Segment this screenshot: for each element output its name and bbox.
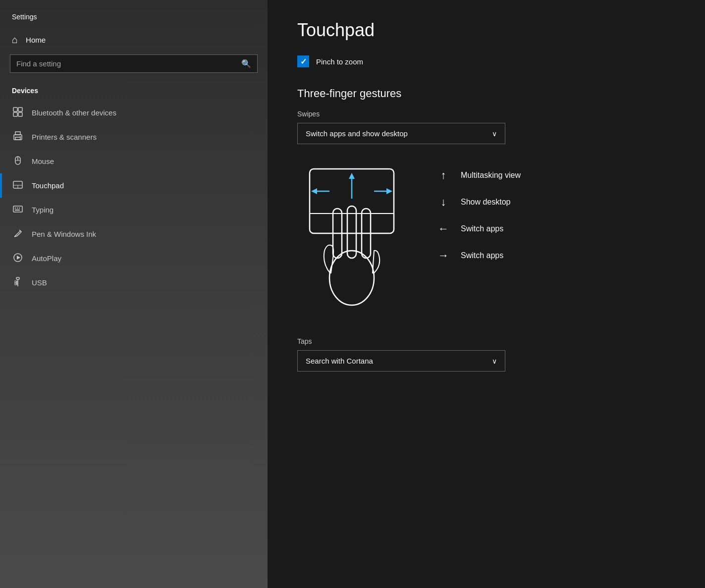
taps-label: Taps xyxy=(297,337,675,345)
down-arrow-icon: ↓ xyxy=(436,196,451,209)
sidebar-item-usb[interactable]: USB xyxy=(0,270,268,295)
search-input[interactable] xyxy=(16,59,236,68)
svg-marker-30 xyxy=(349,173,355,179)
printers-label: Printers & scanners xyxy=(32,133,97,141)
svg-rect-2 xyxy=(13,112,17,116)
legend-switch-apps-left: ← Switch apps xyxy=(436,222,521,235)
usb-label: USB xyxy=(32,278,47,287)
svg-marker-32 xyxy=(311,188,317,194)
gesture-diagram xyxy=(297,159,406,318)
sidebar-item-home[interactable]: ⌂ Home xyxy=(0,29,268,51)
bluetooth-icon xyxy=(12,107,24,119)
svg-rect-15 xyxy=(15,208,16,209)
gesture-area: ↑ Multitasking view ↓ Show desktop ← Swi… xyxy=(297,159,675,318)
mouse-label: Mouse xyxy=(32,157,54,165)
devices-section-label: Devices xyxy=(0,83,268,101)
legend-switch-apps-right: → Switch apps xyxy=(436,249,521,262)
touchpad-icon xyxy=(12,179,24,192)
three-finger-heading: Three-finger gestures xyxy=(297,87,675,100)
show-desktop-label: Show desktop xyxy=(461,198,511,207)
up-arrow-icon: ↑ xyxy=(436,169,451,182)
pinch-to-zoom-checkbox[interactable]: ✓ xyxy=(297,55,309,67)
taps-dropdown[interactable]: Search with Cortana ∨ xyxy=(297,350,505,372)
app-title: Settings xyxy=(0,10,268,29)
swipes-dropdown[interactable]: Switch apps and show desktop ∨ xyxy=(297,123,505,144)
autoplay-icon xyxy=(12,252,24,265)
legend-show-desktop: ↓ Show desktop xyxy=(436,196,521,209)
multitasking-label: Multitasking view xyxy=(461,171,521,180)
typing-icon xyxy=(12,204,24,216)
usb-icon xyxy=(12,276,24,289)
page-title: Touchpad xyxy=(297,20,675,41)
sidebar-item-mouse[interactable]: Mouse xyxy=(0,149,268,173)
pinch-to-zoom-label: Pinch to zoom xyxy=(316,57,363,66)
switch-apps-right-label: Switch apps xyxy=(461,251,503,260)
touchpad-label: Touchpad xyxy=(32,181,64,190)
svg-rect-5 xyxy=(15,132,20,135)
sidebar-item-autoplay[interactable]: AutoPlay xyxy=(0,246,268,270)
home-label: Home xyxy=(26,36,46,44)
svg-rect-14 xyxy=(13,206,22,212)
right-arrow-icon: → xyxy=(436,249,451,262)
sidebar-item-bluetooth[interactable]: Bluetooth & other devices xyxy=(0,101,268,125)
taps-chevron-down-icon: ∨ xyxy=(492,357,497,365)
svg-rect-0 xyxy=(13,107,17,111)
main-content: Touchpad ✓ Pinch to zoom Three-finger ge… xyxy=(268,0,705,588)
autoplay-label: AutoPlay xyxy=(32,254,61,263)
svg-rect-17 xyxy=(19,208,20,209)
svg-point-35 xyxy=(329,251,374,305)
home-icon: ⌂ xyxy=(12,35,18,45)
sidebar: Settings ⌂ Home 🔍 Devices Bluetooth & ot… xyxy=(0,0,268,588)
printers-icon xyxy=(12,131,24,143)
taps-dropdown-value: Search with Cortana xyxy=(306,357,373,365)
svg-rect-1 xyxy=(18,107,22,111)
pen-icon xyxy=(12,228,24,240)
bluetooth-label: Bluetooth & other devices xyxy=(32,108,116,117)
svg-rect-21 xyxy=(16,277,19,279)
left-arrow-icon: ← xyxy=(436,222,451,235)
pinch-to-zoom-row: ✓ Pinch to zoom xyxy=(297,55,675,67)
gesture-legend: ↑ Multitasking view ↓ Show desktop ← Swi… xyxy=(436,159,521,262)
checkmark-icon: ✓ xyxy=(300,57,307,66)
sidebar-item-pen[interactable]: Pen & Windows Ink xyxy=(0,222,268,246)
svg-point-7 xyxy=(20,136,21,137)
switch-apps-left-label: Switch apps xyxy=(461,224,503,233)
svg-marker-34 xyxy=(386,188,392,194)
hand-gesture-svg xyxy=(297,159,406,318)
swipes-dropdown-value: Switch apps and show desktop xyxy=(306,129,408,138)
typing-label: Typing xyxy=(32,206,54,214)
svg-marker-20 xyxy=(17,256,20,260)
sidebar-item-touchpad[interactable]: Touchpad xyxy=(0,173,268,198)
svg-rect-3 xyxy=(18,112,22,116)
legend-multitasking: ↑ Multitasking view xyxy=(436,169,521,182)
sidebar-item-printers[interactable]: Printers & scanners xyxy=(0,125,268,149)
swipes-label: Swipes xyxy=(297,110,675,118)
search-box: 🔍 xyxy=(10,54,258,73)
chevron-down-icon: ∨ xyxy=(492,130,497,138)
sidebar-item-typing[interactable]: Typing xyxy=(0,198,268,222)
search-icon[interactable]: 🔍 xyxy=(241,59,251,68)
svg-rect-18 xyxy=(15,210,20,211)
mouse-icon xyxy=(12,155,24,167)
pen-label: Pen & Windows Ink xyxy=(32,230,96,238)
svg-rect-16 xyxy=(17,208,18,209)
svg-rect-6 xyxy=(15,137,20,140)
